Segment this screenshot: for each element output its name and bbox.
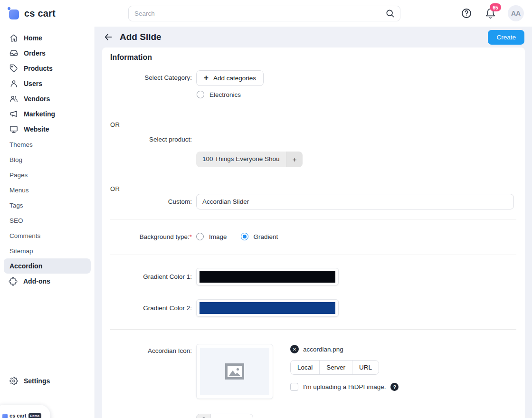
background-type-label: Background type:*: [110, 233, 196, 240]
divider: [110, 255, 516, 255]
sidebar-item-home[interactable]: Home: [0, 30, 95, 46]
or-separator-1: OR: [110, 121, 516, 128]
sidebar-item-pages[interactable]: Pages: [0, 167, 95, 182]
products-icon: [10, 64, 18, 73]
sidebar-item-addons[interactable]: Add-ons: [0, 274, 95, 289]
notifications-bell-icon[interactable]: 65: [484, 7, 496, 19]
create-button[interactable]: Create: [488, 30, 524, 45]
search-input[interactable]: [128, 6, 400, 21]
select-category-row: Select Category: + Add categories Electr…: [110, 70, 516, 98]
users-icon: [10, 79, 18, 88]
gradient-color-1-label: Gradient Color 1:: [110, 273, 196, 280]
product-picker[interactable]: 100 Things Everyone Shou +: [196, 152, 303, 167]
upload-source-tabs: Local Server URL: [290, 360, 379, 375]
custom-row: Custom:: [110, 194, 516, 209]
orders-icon: [10, 49, 18, 57]
remove-file-icon[interactable]: ✕: [290, 345, 299, 353]
topbar-actions: 65 AA: [460, 5, 532, 21]
background-type-row: Background type:* Image Gradient: [110, 233, 516, 240]
hidpi-checkbox[interactable]: [290, 383, 298, 391]
page-header: Add Slide Create: [95, 27, 532, 48]
sidebar-item-themes[interactable]: Themes: [0, 137, 95, 152]
cscart-logo-icon: [8, 7, 20, 19]
background-gradient-radio[interactable]: [241, 233, 248, 240]
gradient-color-2-row: Gradient Color 2:: [110, 299, 516, 317]
global-search: [128, 6, 400, 21]
divider: [110, 329, 516, 330]
divider: [110, 219, 516, 219]
tab-local[interactable]: Local: [291, 361, 320, 374]
selected-product-name[interactable]: 100 Things Everyone Shou: [196, 152, 286, 167]
section-title: Information: [110, 53, 516, 62]
demo-badge: Demo: [28, 413, 41, 418]
hidpi-help-icon[interactable]: ?: [390, 383, 399, 391]
electronics-radio[interactable]: [197, 91, 204, 98]
help-icon[interactable]: [460, 7, 473, 19]
gradient-color-2-swatch: [200, 302, 335, 314]
gradient-color-1-swatch: [200, 271, 335, 283]
sidebar-item-menus[interactable]: Menus: [0, 182, 95, 198]
back-arrow-icon[interactable]: [103, 31, 114, 43]
or-separator-2: OR: [110, 185, 516, 192]
electronics-radio-label: Electronics: [209, 91, 241, 98]
background-image-label: Image: [209, 233, 227, 240]
gradient-color-2-label: Gradient Color 2:: [110, 304, 196, 312]
sidebar-item-orders[interactable]: Orders: [0, 46, 95, 61]
plus-icon: +: [204, 74, 209, 82]
next-upload-control-partial[interactable]: [196, 414, 253, 418]
sidebar-item-sitemap[interactable]: Sitemap: [0, 243, 95, 258]
cscart-logo[interactable]: cs cart: [0, 7, 95, 19]
custom-input[interactable]: [196, 194, 514, 209]
uploaded-file-row: ✕ accordian.png: [290, 345, 399, 353]
sidebar-item-users[interactable]: Users: [0, 76, 95, 91]
marketing-icon: [10, 110, 18, 118]
sidebar-item-tags[interactable]: Tags: [0, 198, 95, 213]
background-gradient-label: Gradient: [254, 233, 278, 240]
uploaded-file-name: accordian.png: [303, 346, 343, 353]
cscart-demo-widget[interactable]: cs cart Demo: [0, 405, 50, 418]
sidebar-item-products[interactable]: Products: [0, 61, 95, 76]
sidebar-item-marketing[interactable]: Marketing: [0, 106, 95, 122]
select-product-label-row: Select product:: [110, 136, 516, 143]
gradient-color-2-picker[interactable]: [196, 299, 339, 317]
website-icon: [10, 125, 18, 133]
gradient-color-1-picker[interactable]: [196, 268, 339, 285]
vendors-icon: [10, 95, 18, 103]
main-area: Add Slide Create Information Select Cate…: [95, 27, 532, 418]
custom-label: Custom:: [110, 198, 196, 205]
sidebar-item-accordion-active[interactable]: Accordion: [4, 258, 91, 274]
add-product-button[interactable]: +: [286, 152, 303, 167]
home-icon: [10, 34, 18, 42]
sidebar: Home Orders Products Users Vendors Marke…: [0, 27, 95, 418]
image-upload-dropzone[interactable]: [196, 344, 273, 399]
search-icon[interactable]: [385, 9, 395, 20]
puzzle-icon: [9, 277, 18, 286]
avatar[interactable]: AA: [508, 5, 524, 21]
add-categories-button[interactable]: + Add categories: [196, 70, 264, 86]
accordian-icon-row: Accordian Icon: ✕ accordian.pn: [110, 344, 516, 399]
accordian-icon-label: Accordian Icon:: [110, 344, 196, 354]
sidebar-item-blog[interactable]: Blog: [0, 152, 95, 167]
form-card: Information Select Category: + Add categ…: [102, 48, 525, 418]
cscart-mini-logo-icon: [2, 414, 8, 418]
sidebar-item-vendors[interactable]: Vendors: [0, 91, 95, 106]
select-product-label: Select product:: [110, 136, 196, 143]
tab-server[interactable]: Server: [320, 361, 352, 374]
gear-icon: [10, 377, 18, 385]
sidebar-item-seo[interactable]: SEO: [0, 213, 95, 228]
topbar: cs cart 65 AA: [0, 0, 532, 27]
notification-count-badge: 65: [490, 3, 501, 11]
gradient-color-1-row: Gradient Color 1:: [110, 268, 516, 285]
cscart-logo-text: cs cart: [24, 8, 56, 19]
page-title: Add Slide: [120, 32, 162, 42]
upload-icon: [197, 414, 211, 418]
hidpi-checkbox-label: I'm uploading a HiDPI image.: [303, 383, 386, 390]
background-image-radio[interactable]: [196, 233, 204, 240]
select-product-row: 100 Things Everyone Shou +: [110, 152, 516, 167]
image-placeholder-icon: [225, 363, 245, 380]
sidebar-item-website[interactable]: Website: [0, 122, 95, 137]
tab-url[interactable]: URL: [352, 361, 379, 374]
sidebar-item-comments[interactable]: Comments: [0, 228, 95, 243]
sidebar-item-settings[interactable]: Settings: [0, 373, 95, 389]
select-category-label: Select Category:: [110, 70, 196, 81]
